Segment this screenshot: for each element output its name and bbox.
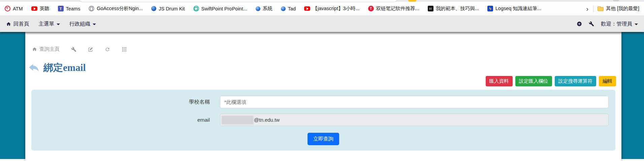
email-input[interactable]: @tn.edu.tw bbox=[220, 114, 609, 126]
black-square-icon bbox=[428, 6, 433, 11]
avatar-fragment bbox=[613, 0, 619, 1]
pushpin-icon bbox=[256, 6, 260, 11]
bookmark-javascript-video[interactable]: 【javascript】3小時... bbox=[304, 5, 359, 12]
refresh-icon[interactable] bbox=[105, 47, 110, 52]
pushpin-icon bbox=[281, 6, 286, 11]
query-now-button[interactable]: 立即查詢 bbox=[308, 133, 339, 145]
bookmarks-list: ATM 英聽 Teams GoAccess分析Ngin... JS Drum K… bbox=[5, 5, 581, 12]
wrench-icon[interactable] bbox=[71, 47, 76, 52]
email-visible-value: @tn.edu.tw bbox=[254, 117, 280, 123]
omnibox-fragment bbox=[79, 0, 397, 2]
school-name-input[interactable] bbox=[220, 96, 609, 108]
bookmark-tad[interactable]: Tad bbox=[281, 6, 296, 11]
submit-row: 立即查詢 bbox=[31, 133, 615, 145]
bookmarks-bar: ATM 英聽 Teams GoAccess分析Ngin... JS Drum K… bbox=[0, 2, 644, 16]
email-row: email @tn.edu.tw bbox=[31, 114, 615, 126]
bookmarks-other-folder[interactable]: 其他 [我的最愛] bbox=[598, 5, 639, 12]
chevron-down-icon bbox=[93, 24, 96, 25]
title-row: 綁定email bbox=[29, 61, 621, 75]
youtube-icon bbox=[31, 6, 37, 11]
chevron-down-icon bbox=[635, 24, 638, 25]
edit-button[interactable]: 編輯 bbox=[599, 76, 616, 86]
welcome-admin-dropdown[interactable]: 歡迎：管理員 bbox=[601, 21, 638, 28]
teams-icon bbox=[58, 6, 64, 11]
bookmark-my-templates[interactable]: 我的範本、技巧與... bbox=[428, 5, 479, 12]
swiftpoint-icon bbox=[193, 6, 199, 11]
back-arrow-icon[interactable] bbox=[29, 63, 39, 73]
breadcrumb-home-link[interactable]: 查詢主頁 bbox=[32, 46, 60, 52]
bookmark-system[interactable]: 系統 bbox=[256, 5, 272, 12]
goaccess-icon bbox=[89, 6, 94, 11]
red-circle-icon bbox=[368, 6, 374, 11]
home-icon bbox=[32, 47, 37, 52]
import-data-button[interactable]: 匯入資料 bbox=[486, 76, 513, 86]
navbar-left: 回首頁 主選單 行政組織 bbox=[6, 21, 96, 28]
site-navbar: 回首頁 主選單 行政組織 歡迎：管理員 bbox=[0, 16, 644, 32]
email-label: email bbox=[31, 117, 220, 123]
blue-sphere-icon bbox=[151, 6, 156, 11]
set-search-operator-button[interactable]: 設定搜尋運算符 bbox=[555, 76, 597, 86]
bookmark-atm[interactable]: ATM bbox=[5, 6, 23, 11]
nav-main-menu-dropdown[interactable]: 主選單 bbox=[39, 21, 60, 28]
content-area: 查詢主頁 綁定email 匯入資料 設定匯入欄位 設定搜尋運算符 bbox=[0, 32, 644, 161]
edit-icon[interactable] bbox=[88, 47, 93, 52]
bookmark-bidirectional-notes[interactable]: 双链笔记软件推荐... bbox=[368, 5, 419, 12]
bookmark-logseq[interactable]: Logseq 知識連結筆... bbox=[487, 5, 541, 12]
nav-admin-org-dropdown[interactable]: 行政組織 bbox=[69, 21, 96, 28]
toolbar: 匯入資料 設定匯入欄位 設定搜尋運算符 編輯 bbox=[25, 76, 616, 86]
bookmark-teams[interactable]: Teams bbox=[58, 6, 80, 11]
redacted-text bbox=[222, 116, 254, 124]
divider bbox=[593, 5, 593, 12]
bookmark-swiftpoint[interactable]: SwiftPoint ProPoint... bbox=[193, 6, 247, 11]
page-title: 綁定email bbox=[43, 61, 86, 75]
set-import-fields-button[interactable]: 設定匯入欄位 bbox=[515, 76, 552, 86]
youtube-icon bbox=[304, 6, 310, 11]
folder-icon bbox=[598, 7, 604, 11]
wrench-icon[interactable] bbox=[589, 21, 594, 27]
browser-chrome-strip bbox=[0, 0, 644, 2]
plus-circle-icon[interactable] bbox=[577, 21, 582, 27]
post-office-icon bbox=[5, 6, 10, 11]
bookmarks-bar-right: › 其他 [我的最愛] bbox=[585, 5, 639, 12]
bookmark-english-listening[interactable]: 英聽 bbox=[31, 5, 50, 12]
logseq-icon bbox=[487, 6, 493, 11]
school-name-row: 學校名稱 bbox=[31, 96, 615, 108]
grid-icon[interactable] bbox=[122, 47, 127, 52]
search-form-panel: 學校名稱 email @tn.edu.tw 立即查詢 bbox=[31, 90, 615, 151]
school-name-label: 學校名稱 bbox=[31, 98, 220, 106]
nav-home-link[interactable]: 回首頁 bbox=[6, 21, 29, 28]
bookmarks-overflow-chevron-icon[interactable]: › bbox=[585, 5, 589, 12]
content-card: 查詢主頁 綁定email 匯入資料 設定匯入欄位 設定搜尋運算符 bbox=[25, 32, 621, 161]
extension-icon-fragment bbox=[408, 0, 416, 2]
home-icon bbox=[6, 22, 11, 27]
navbar-right: 歡迎：管理員 bbox=[577, 21, 638, 28]
chevron-down-icon bbox=[57, 24, 60, 25]
bookmark-goaccess[interactable]: GoAccess分析Ngin... bbox=[89, 5, 143, 12]
bookmark-js-drum-kit[interactable]: JS Drum Kit bbox=[151, 6, 185, 11]
breadcrumb: 查詢主頁 bbox=[25, 32, 621, 52]
